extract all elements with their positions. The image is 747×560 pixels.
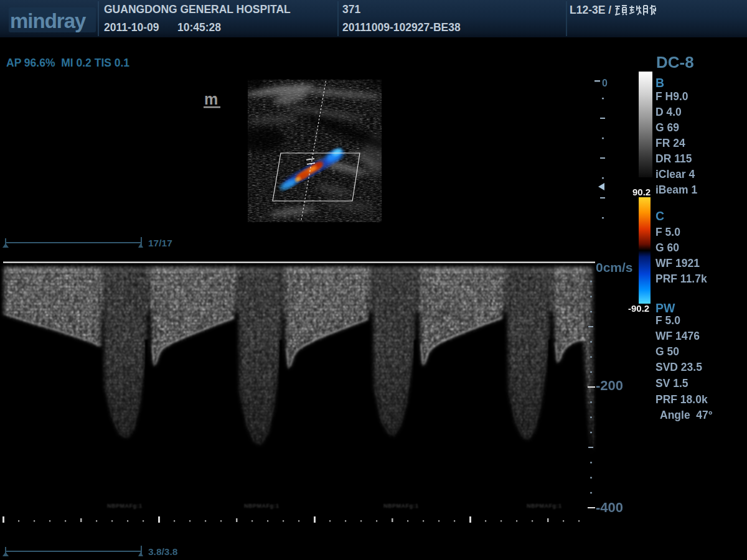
svg-text:2011-10-09: 2011-10-09: [104, 21, 159, 34]
svg-text:G 50: G 50: [655, 345, 679, 358]
svg-text:371: 371: [342, 3, 360, 16]
svg-text:17/17: 17/17: [148, 238, 172, 248]
svg-text:NBPMAFg:1: NBPMAFg:1: [244, 503, 280, 509]
svg-text:WF 1921: WF 1921: [655, 257, 700, 269]
svg-text:WF 1476: WF 1476: [655, 330, 700, 342]
svg-text:mindray: mindray: [10, 9, 87, 32]
svg-text:3.8/3.8: 3.8/3.8: [148, 546, 178, 557]
svg-text:PW: PW: [655, 301, 675, 315]
svg-text:G 60: G 60: [655, 241, 679, 254]
svg-text:F 5.0: F 5.0: [655, 314, 680, 327]
svg-text:0: 0: [602, 78, 608, 88]
svg-text:iClear 4: iClear 4: [655, 168, 695, 180]
svg-text:DR 115: DR 115: [655, 152, 692, 165]
svg-text:NBPMAFg:1: NBPMAFg:1: [383, 503, 419, 509]
svg-text:F 5.0: F 5.0: [655, 226, 680, 238]
svg-text:D 4.0: D 4.0: [655, 106, 682, 118]
svg-text:0cm/s: 0cm/s: [596, 260, 633, 274]
svg-text:L12-3E /: L12-3E /: [570, 4, 611, 16]
svg-text:-400: -400: [596, 500, 623, 515]
svg-text:F H9.0: F H9.0: [655, 90, 688, 103]
svg-text:GUANGDONG GENERAL HOSPITAL: GUANGDONG GENERAL HOSPITAL: [104, 3, 291, 16]
svg-text:AP 96.6% MI 0.2 TIS 0.1: AP 96.6% MI 0.2 TIS 0.1: [6, 57, 129, 69]
svg-text:-90.2: -90.2: [628, 303, 649, 314]
svg-text:FR 24: FR 24: [655, 137, 685, 149]
svg-text:SVD 23.5: SVD 23.5: [655, 361, 702, 373]
svg-text:C: C: [655, 209, 664, 223]
svg-text:B: B: [655, 76, 664, 90]
svg-text:G 69: G 69: [655, 121, 679, 134]
svg-text:Angle 47°: Angle 47°: [660, 409, 713, 421]
svg-text:SV 1.5: SV 1.5: [655, 377, 688, 390]
svg-text:-200: -200: [596, 378, 623, 393]
svg-text:NBPMAFg:1: NBPMAFg:1: [527, 503, 562, 509]
svg-text:PRF 11.7k: PRF 11.7k: [655, 273, 707, 285]
svg-text:90.2: 90.2: [632, 187, 651, 197]
svg-text:m: m: [204, 90, 218, 108]
svg-text:20111009-102927-BE38: 20111009-102927-BE38: [342, 21, 461, 34]
svg-text:PRF 18.0k: PRF 18.0k: [655, 393, 708, 406]
svg-text:DC-8: DC-8: [656, 53, 694, 72]
svg-text:NBPMAFg:1: NBPMAFg:1: [107, 503, 143, 509]
svg-text:10:45:28: 10:45:28: [177, 21, 221, 34]
svg-text:iBeam 1: iBeam 1: [655, 184, 697, 196]
